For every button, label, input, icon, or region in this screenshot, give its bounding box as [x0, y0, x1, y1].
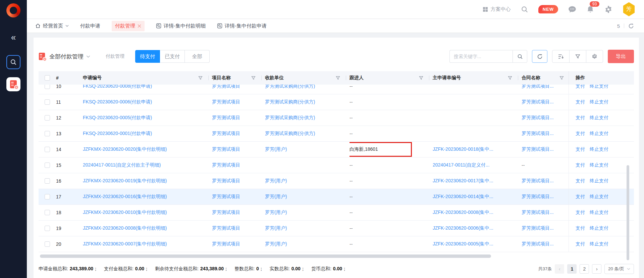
- page-2-button[interactable]: 2: [580, 264, 589, 274]
- main-apply-no-link[interactable]: JZFK-20230620-0017(集中...: [433, 178, 493, 184]
- row-checkbox[interactable]: [45, 131, 50, 136]
- apply-no-link[interactable]: JZFKMX-20230620-0019(集中付款明细): [83, 178, 167, 184]
- apply-no-link[interactable]: JZFKMX-20230620-0007(集中付款明细): [83, 241, 167, 247]
- tab-payment-request[interactable]: 付款申请: [80, 23, 100, 29]
- pay-action-link[interactable]: 支付: [576, 194, 585, 200]
- main-apply-no-link[interactable]: JZFK-20230620-0018(集中...: [433, 146, 493, 152]
- project-link[interactable]: 罗芳测试项目: [212, 178, 240, 184]
- apply-no-link[interactable]: JZFKMX-20230620-0008(集中付款明细): [83, 225, 167, 231]
- stop-pay-action-link[interactable]: 终止支付: [590, 115, 608, 121]
- payee-link[interactable]: 罗芳(用户): [265, 146, 287, 152]
- messages-icon[interactable]: [568, 6, 576, 13]
- pay-action-link[interactable]: 支付: [576, 241, 585, 247]
- page-size-select[interactable]: 20 条/页: [604, 264, 634, 274]
- main-apply-no-link[interactable]: JZFK-20230620-0006(集中...: [433, 225, 493, 231]
- tab-payment-manage[interactable]: 付款管理: [112, 21, 145, 31]
- search-input[interactable]: [449, 50, 513, 63]
- table-row[interactable]: 12 FKSQ-20230620-0005(付款申请) 罗芳测试项目 罗芳测试采…: [39, 110, 634, 126]
- prev-page-button[interactable]: ‹: [555, 264, 564, 274]
- table-row[interactable]: 13 FKSQ-20230620-0001(付款申请) 罗芳测试项目 罗芳测试采…: [39, 126, 634, 142]
- row-checkbox[interactable]: [45, 163, 50, 168]
- apply-no-link[interactable]: FKSQ-20230620-0005(付款申请): [83, 115, 152, 121]
- stop-pay-action-link[interactable]: 终止支付: [590, 194, 608, 200]
- pay-action-link[interactable]: 支付: [576, 99, 585, 105]
- filter-tab-all[interactable]: 全部: [185, 50, 210, 63]
- contract-link[interactable]: --: [522, 163, 525, 168]
- view-title[interactable]: 全部付款管理: [49, 53, 84, 60]
- filter-funnel-icon[interactable]: [419, 76, 423, 80]
- refresh-button[interactable]: [532, 50, 547, 63]
- main-apply-no-link[interactable]: JZFK-20230620-0014(集中...: [433, 194, 493, 200]
- contract-link[interactable]: 罗芳测试项目...: [522, 131, 554, 137]
- apply-no-link[interactable]: 20240417-0011(自定义付款主子明细): [83, 162, 161, 168]
- contract-link[interactable]: 罗芳测试项目...: [522, 178, 554, 184]
- pay-action-link[interactable]: 支付: [576, 210, 585, 216]
- apply-no-link[interactable]: FKSQ-20230620-0001(付款申请): [83, 131, 152, 137]
- stop-pay-action-link[interactable]: 终止支付: [590, 131, 608, 137]
- row-checkbox[interactable]: [45, 99, 50, 105]
- stop-pay-action-link[interactable]: 终止支付: [590, 225, 608, 231]
- contract-link[interactable]: 罗芳测试项目...: [522, 99, 554, 105]
- payee-link[interactable]: 罗芳测试采购商(分供方): [265, 115, 315, 121]
- horizontal-scrollbar-thumb[interactable]: [40, 254, 491, 258]
- pay-action-link[interactable]: 支付: [576, 162, 585, 168]
- stop-pay-action-link[interactable]: 终止支付: [590, 85, 608, 89]
- table-row[interactable]: 15 20240417-0011(自定义付款主子明细) 罗芳测试项目 -- 20…: [39, 157, 634, 173]
- sidebar-item-payment-module[interactable]: ¥: [6, 77, 20, 91]
- pay-action-link[interactable]: 支付: [576, 131, 585, 137]
- payee-link[interactable]: 罗芳(用户): [265, 241, 287, 247]
- sidebar-search-button[interactable]: [6, 55, 20, 69]
- next-page-button[interactable]: ›: [592, 264, 601, 274]
- pay-action-link[interactable]: 支付: [576, 115, 585, 121]
- main-apply-no-link[interactable]: JZFK-20230620-0008(集中...: [433, 210, 493, 216]
- table-row[interactable]: 11 FKSQ-20230620-0006(付款申请) 罗芳测试项目 罗芳测试采…: [39, 94, 634, 110]
- filter-funnel-icon[interactable]: [559, 76, 564, 80]
- row-checkbox[interactable]: [45, 226, 50, 231]
- filter-funnel-icon[interactable]: [251, 76, 256, 80]
- contract-link[interactable]: 罗芳测试项目...: [522, 146, 554, 152]
- project-link[interactable]: 罗芳测试项目: [212, 210, 240, 216]
- project-link[interactable]: 罗芳测试项目: [212, 99, 240, 105]
- project-link[interactable]: 罗芳测试项目: [212, 146, 240, 152]
- payee-link[interactable]: 罗芳测试采购商(分供方): [265, 131, 315, 137]
- row-checkbox[interactable]: [45, 115, 50, 121]
- filter-funnel-icon[interactable]: [508, 76, 512, 80]
- contract-link[interactable]: 罗芳测试项目...: [522, 210, 554, 216]
- export-button[interactable]: 导出: [608, 50, 634, 63]
- pay-action-link[interactable]: 支付: [576, 178, 585, 184]
- row-checkbox[interactable]: [45, 210, 50, 215]
- contract-link[interactable]: 罗芳测试项目...: [522, 225, 554, 231]
- apply-no-link[interactable]: JZFKMX-20230620-0020(集中付款明细): [83, 146, 167, 152]
- apply-no-link[interactable]: JZFKMX-20230620-0016(集中付款明细): [83, 194, 167, 200]
- pay-action-link[interactable]: 支付: [576, 85, 585, 89]
- tab-detail-centralized-detail[interactable]: 详情-集中付款明细: [156, 23, 206, 29]
- page-1-button[interactable]: 1: [567, 264, 577, 274]
- filter-tab-pending[interactable]: 待支付: [135, 50, 160, 63]
- user-avatar[interactable]: 芳: [623, 2, 635, 16]
- project-link[interactable]: 罗芳测试项目: [212, 131, 240, 137]
- notifications-bell[interactable]: 93: [586, 5, 594, 13]
- solution-center-link[interactable]: 方案中心: [483, 6, 511, 12]
- close-icon[interactable]: [138, 24, 141, 28]
- contract-link[interactable]: 罗芳测试项目...: [522, 194, 554, 200]
- table-row[interactable]: 14 JZFKMX-20230620-0020(集中付款明细) 罗芳测试项目 罗…: [39, 142, 634, 157]
- stop-pay-action-link[interactable]: 终止支付: [590, 210, 608, 216]
- table-row[interactable]: 20 JZFKMX-20230620-0007(集中付款明细) 罗芳测试项目 罗…: [39, 236, 634, 252]
- main-apply-no-link[interactable]: 20240417-0011(自定义付...: [433, 162, 489, 168]
- table-row[interactable]: 17 JZFKMX-20230620-0016(集中付款明细) 罗芳测试项目 罗…: [39, 189, 634, 205]
- filter-button[interactable]: [569, 50, 586, 62]
- filter-tab-paid[interactable]: 已支付: [160, 50, 185, 63]
- new-badge[interactable]: NEW: [538, 5, 558, 13]
- stop-pay-action-link[interactable]: 终止支付: [590, 146, 608, 152]
- payee-link[interactable]: 罗芳(用户): [265, 194, 287, 200]
- search-button[interactable]: [513, 50, 527, 63]
- project-link[interactable]: 罗芳测试项目: [212, 241, 240, 247]
- table-row[interactable]: 10 FKSQ-20230620-0008(付款申请) 罗芳测试项目 罗芳测试采…: [39, 85, 634, 94]
- row-checkbox[interactable]: [45, 147, 50, 152]
- project-link[interactable]: 罗芳测试项目: [212, 115, 240, 121]
- pay-action-link[interactable]: 支付: [576, 146, 585, 152]
- chevron-down-icon[interactable]: [86, 55, 90, 58]
- table-row[interactable]: 19 JZFKMX-20230620-0008(集中付款明细) 罗芳测试项目 罗…: [39, 221, 634, 236]
- stop-pay-action-link[interactable]: 终止支付: [590, 241, 608, 247]
- apply-no-link[interactable]: JZFKMX-20230620-0010(集中付款明细): [83, 210, 167, 216]
